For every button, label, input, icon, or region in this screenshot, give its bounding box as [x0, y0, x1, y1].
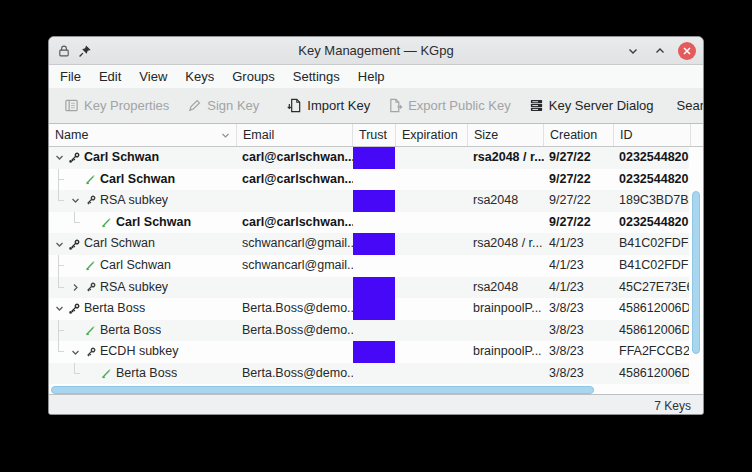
trust-indicator	[353, 233, 395, 255]
column-header-creation[interactable]: Creation	[544, 124, 614, 146]
table-row[interactable]: Berta BossBerta.Boss@demo...brainpoolP..…	[49, 298, 691, 320]
column-header-size[interactable]: Size	[468, 124, 544, 146]
maximize-button[interactable]	[651, 42, 669, 60]
menu-file[interactable]: File	[51, 66, 90, 88]
table-row[interactable]: Carl Schwancarl@carlschwan....rsa2048 / …	[49, 147, 691, 169]
trust-indicator	[353, 277, 395, 299]
cell-trust	[353, 147, 396, 169]
key-name: Berta Boss	[84, 298, 145, 320]
horizontal-scrollbar-thumb[interactable]	[51, 386, 594, 394]
tree-expander[interactable]	[68, 277, 82, 299]
key-name: RSA subkey	[100, 277, 168, 299]
cell-expiration	[396, 298, 468, 320]
cell-id: B41C02FDF3	[614, 233, 691, 255]
subkey-icon	[84, 281, 97, 294]
column-header-id[interactable]: ID	[614, 124, 691, 146]
table-row[interactable]: Carl Schwanschwancarl@gmail...rsa2048 / …	[49, 233, 691, 255]
tree-connector	[58, 277, 64, 288]
table-row[interactable]: Carl Schwancarl@carlschwan....9/27/22023…	[49, 169, 691, 191]
cell-name: Carl Schwan	[49, 233, 237, 255]
menu-help[interactable]: Help	[349, 66, 394, 88]
chevron-down-icon	[71, 196, 80, 205]
cell-size: brainpoolP...	[468, 298, 544, 320]
table-row[interactable]: Berta BossBerta.Boss@demo...3/8/23458612…	[49, 320, 691, 342]
cell-size: rsa2048 / r...	[468, 147, 544, 169]
tree-expander[interactable]	[52, 233, 66, 255]
cell-name: Carl Schwan	[49, 255, 237, 277]
cell-trust	[353, 363, 396, 384]
column-header-label: ID	[620, 128, 633, 142]
chevron-down-icon	[55, 304, 64, 313]
cell-name: Berta Boss	[49, 363, 237, 384]
cell-size: rsa2048	[468, 190, 544, 212]
table-row[interactable]: Carl Schwancarl@carlschwan....9/27/22023…	[49, 212, 691, 234]
cell-trust	[353, 255, 396, 277]
signature-icon	[82, 255, 98, 277]
tree-guide	[58, 320, 59, 342]
column-header-expiration[interactable]: Expiration	[396, 124, 468, 146]
tree-expander[interactable]	[52, 147, 66, 169]
cell-creation: 3/8/23	[544, 320, 614, 342]
signature-icon	[98, 363, 114, 384]
table-row[interactable]: ECDH subkeybrainpoolP...3/8/23FFA2FCCB2E	[49, 341, 691, 363]
cell-id: 45C27E73E6	[614, 277, 691, 299]
key-properties-button[interactable]: Key Properties	[55, 92, 178, 120]
tree-expander[interactable]	[68, 341, 82, 363]
key-server-dialog-button[interactable]: Key Server Dialog	[520, 92, 663, 120]
key-name: ECDH subkey	[100, 341, 179, 363]
menu-groups[interactable]: Groups	[223, 66, 284, 88]
cell-id: 458612006D	[614, 320, 691, 342]
column-header-email[interactable]: Email	[237, 124, 353, 146]
keypair-icon	[68, 302, 81, 315]
subkey-icon	[82, 190, 98, 212]
tree-expander[interactable]	[68, 190, 82, 212]
tree-expander[interactable]	[52, 298, 66, 320]
cell-email: carl@carlschwan....	[237, 147, 353, 169]
cell-email: carl@carlschwan....	[237, 169, 353, 191]
cell-id: 458612006D	[614, 298, 691, 320]
cell-size	[468, 320, 544, 342]
signature-icon	[84, 259, 97, 272]
horizontal-scrollbar[interactable]	[49, 384, 691, 395]
cell-creation: 4/1/23	[544, 255, 614, 277]
table-row[interactable]: Berta BossBerta.Boss@demo...3/8/23458612…	[49, 363, 691, 384]
export-public-key-button[interactable]: Export Public Key	[379, 92, 520, 120]
table-row[interactable]: RSA subkeyrsa20484/1/2345C27E73E6	[49, 277, 691, 299]
cell-creation: 4/1/23	[544, 277, 614, 299]
column-header-name[interactable]: Name	[49, 124, 237, 146]
key-name: Berta Boss	[116, 363, 177, 384]
menu-settings[interactable]: Settings	[284, 66, 349, 88]
signature-icon	[84, 173, 97, 186]
sign-key-button[interactable]: Sign Key	[178, 92, 268, 120]
cell-creation: 9/27/22	[544, 190, 614, 212]
vertical-scrollbar[interactable]	[689, 147, 703, 384]
menu-keys[interactable]: Keys	[176, 66, 223, 88]
subkey-icon	[84, 194, 97, 207]
search-label: Search:	[677, 98, 704, 113]
pin-icon[interactable]	[78, 44, 92, 58]
cell-id: B41C02FDF3	[614, 255, 691, 277]
menu-view[interactable]: View	[130, 66, 176, 88]
vertical-scrollbar-thumb[interactable]	[692, 191, 700, 354]
cell-size	[468, 363, 544, 384]
key-properties-icon	[64, 98, 79, 113]
window-title: Key Management — KGpg	[49, 43, 703, 58]
key-list-view: NameEmailTrustExpirationSizeCreationID C…	[49, 123, 703, 395]
export-document-icon	[388, 98, 403, 113]
minimize-button[interactable]	[624, 42, 642, 60]
table-row[interactable]: RSA subkeyrsa20489/27/22189C3BD7B5	[49, 190, 691, 212]
column-header-label: Size	[474, 128, 498, 142]
column-header-trust[interactable]: Trust	[353, 124, 396, 146]
cell-trust	[353, 298, 396, 320]
menu-edit[interactable]: Edit	[90, 66, 130, 88]
titlebar[interactable]: Key Management — KGpg	[49, 37, 703, 65]
cell-expiration	[396, 212, 468, 234]
cell-expiration	[396, 341, 468, 363]
import-key-button[interactable]: Import Key	[278, 92, 379, 120]
trust-indicator	[353, 298, 395, 320]
table-row[interactable]: Carl Schwanschwancarl@gmail...4/1/23B41C…	[49, 255, 691, 277]
cell-id: 189C3BD7B5	[614, 190, 691, 212]
table-header: NameEmailTrustExpirationSizeCreationID	[49, 124, 703, 147]
signature-icon	[100, 216, 113, 229]
close-button[interactable]	[678, 42, 696, 60]
